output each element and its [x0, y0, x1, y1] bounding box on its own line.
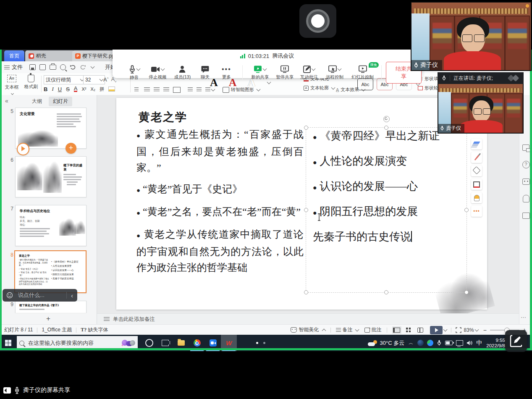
export-icon[interactable] — [39, 64, 46, 70]
slideshow-play-button[interactable] — [430, 326, 443, 334]
italic-button[interactable]: I — [52, 86, 53, 92]
slide-right-textbox[interactable]: ● 《黄帝四经》早出之新证 ● 人性论的发展演变 ● 认识论的发展——心 ● 阴… — [313, 129, 477, 244]
slide-thumb-8-current[interactable]: 黄老之学 • 蒙文通先生概括为：“百家盛于战国，但后来却是黄老独盛，压倒百家。”… — [14, 250, 86, 293]
underline-button[interactable]: U — [58, 86, 62, 92]
slide-thumb-5[interactable]: 文化背景 — [15, 108, 86, 149]
video-feed-speaker[interactable]: 龚子仪 — [438, 84, 524, 134]
strikethrough-button[interactable]: S — [66, 86, 70, 92]
superscript-button[interactable]: X² — [81, 87, 86, 92]
slide-thumb-6[interactable]: 稷下学宫的盛衰 — [15, 156, 86, 197]
speaker-panel[interactable]: 正在讲话: 龚子仪; 龚子仪 — [438, 72, 524, 134]
chat-collapse-button[interactable]: ‹ — [71, 292, 73, 299]
textbox-button[interactable]: A≡ 文本框 — [4, 75, 19, 95]
help-icon[interactable]: ? — [522, 161, 530, 168]
subscript-button[interactable]: X₂ — [90, 87, 95, 92]
fit-window-icon[interactable] — [456, 327, 461, 333]
tab-home[interactable]: 首页 — [4, 50, 24, 61]
zoom-level[interactable]: 83% — [464, 327, 474, 333]
sorter-view-button[interactable] — [404, 326, 413, 334]
style-brush-button[interactable] — [471, 152, 482, 163]
search-highlights-icon[interactable]: ✦ — [121, 338, 135, 348]
font-size-select[interactable]: 32 — [83, 75, 105, 84]
font-color-button[interactable]: A — [74, 86, 78, 92]
distribute-icon[interactable] — [173, 87, 181, 93]
idea-bulb-button[interactable] — [471, 192, 482, 203]
battery-tray-icon[interactable] — [445, 341, 453, 345]
fill-bucket-button[interactable] — [471, 165, 482, 176]
notes-bar[interactable]: 单击此处添加备注 — [97, 313, 519, 325]
mute-options-icon[interactable] — [136, 66, 140, 71]
bold-button[interactable]: B — [44, 86, 47, 92]
package-icon[interactable] — [522, 213, 530, 219]
assistant-icon[interactable] — [522, 178, 530, 185]
chat-button[interactable]: 聊天 — [194, 66, 216, 80]
resize-handle-nw[interactable] — [304, 126, 308, 130]
comments-button[interactable]: +批注 — [364, 326, 382, 333]
font-name-select[interactable]: 汉仪行楷简 — [44, 75, 86, 84]
share-options-icon[interactable] — [263, 66, 267, 71]
missing-font[interactable]: 缺失字体 — [88, 326, 108, 333]
tab-docer[interactable]: 稻壳 — [25, 50, 75, 61]
resize-handle-n[interactable] — [384, 126, 388, 130]
align-center-icon[interactable] — [144, 87, 150, 92]
para-spacing-icon[interactable] — [197, 87, 202, 92]
save-icon[interactable] — [29, 64, 36, 70]
tab-slides[interactable]: 幻灯片 — [49, 97, 72, 106]
lightbulb-icon[interactable] — [523, 195, 529, 202]
stop-video-button[interactable]: 停止视频 — [145, 66, 170, 80]
add-slide-quick-button[interactable]: + — [66, 143, 76, 154]
slide-control-button[interactable]: 限免 幻灯片控制 — [348, 65, 377, 80]
normal-view-button[interactable] — [392, 326, 401, 334]
annotation-options-icon[interactable] — [312, 66, 316, 71]
slide-title[interactable]: 黄老之学 — [139, 110, 187, 125]
justify-icon[interactable] — [163, 87, 169, 92]
volume-tray-icon[interactable] — [466, 340, 473, 346]
format-painter-button[interactable]: 格式刷 — [23, 75, 39, 90]
video-feed-main[interactable]: 龚子仪 — [411, 2, 532, 71]
current-slide[interactable]: 黄老之学 ● 蒙文通先生概括为：“百家盛于战国，但后来却是黄老独盛，压倒百家。”… — [116, 98, 487, 310]
theme-name[interactable]: 1_Office 主题 — [42, 326, 72, 333]
align-right-icon[interactable] — [154, 87, 160, 92]
border-style-button[interactable] — [471, 179, 482, 190]
slideshow-options-icon[interactable] — [443, 327, 447, 331]
taskbar-clock[interactable]: 9:552022/9/8 — [486, 338, 505, 349]
resize-handle-e[interactable] — [464, 208, 469, 212]
reading-view-button[interactable] — [416, 326, 425, 334]
file-menu[interactable]: 文件 — [4, 63, 23, 71]
redo-icon[interactable] — [80, 65, 86, 70]
meeting-chat-bar[interactable]: 说点什么... ‹ — [3, 289, 77, 302]
ime-indicator[interactable]: 中 — [476, 339, 482, 347]
resize-handle-s[interactable] — [384, 290, 388, 294]
zoom-out-button[interactable]: − — [483, 327, 487, 333]
members-button[interactable]: 成员(13) — [170, 65, 194, 80]
chat-input-placeholder[interactable]: 说点什么... — [18, 291, 66, 299]
resize-handle-w[interactable] — [304, 208, 308, 212]
copy-window-icon[interactable] — [522, 144, 529, 151]
more-button[interactable]: ••• 更多 — [216, 66, 237, 80]
text-outline-button[interactable]: A文本轮廓 — [304, 85, 335, 91]
rotate-handle[interactable] — [383, 116, 390, 122]
video-options-icon[interactable] — [161, 66, 165, 71]
align-left-icon[interactable] — [134, 87, 140, 92]
beautify-button[interactable]: 智能美化 — [291, 326, 325, 333]
taskbar-weather[interactable]: 30°C 多云 — [380, 339, 405, 347]
steam-icon[interactable] — [417, 340, 424, 346]
line-spacing-icon[interactable] — [188, 87, 193, 92]
remote-options-icon[interactable] — [337, 66, 341, 71]
remote-control-button[interactable]: 远程控制 — [321, 65, 349, 80]
notes-more-button[interactable]: ⋯ — [521, 314, 526, 320]
undo-icon[interactable] — [70, 65, 76, 70]
pause-share-button[interactable]: 暂停共享 — [273, 65, 297, 80]
mic-tray-icon[interactable] — [437, 340, 442, 346]
collapse-panel-button[interactable]: « — [5, 97, 8, 104]
highlight-button[interactable] — [108, 87, 115, 92]
print-preview-icon[interactable] — [60, 64, 66, 70]
annotation-button[interactable]: 互动批注 — [297, 66, 321, 80]
tencent-tray-icon[interactable] — [427, 340, 433, 346]
annotation-float-button[interactable] — [505, 330, 527, 352]
slide-left-textbox[interactable]: ● 蒙文通先生概括为：“百家盛于战国，但后来却是黄老独盛，压倒百家。” ● “黄… — [136, 126, 304, 276]
slide-thumb-7[interactable]: 学术特点与历史地位 特点:多元、融合、创新地位: — [15, 205, 86, 246]
pinyin-button[interactable]: 拼 — [100, 86, 104, 92]
resize-handle-sw[interactable] — [304, 290, 308, 294]
more-tools-button[interactable]: ••• — [471, 206, 482, 217]
